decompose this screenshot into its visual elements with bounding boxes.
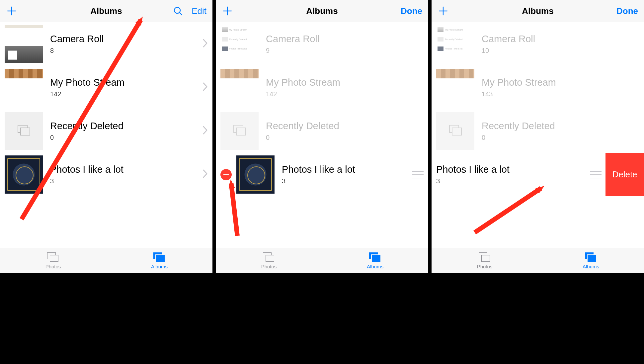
tab-albums[interactable]: Albums xyxy=(538,248,644,273)
add-album-button[interactable] xyxy=(222,5,233,17)
album-row[interactable]: My Photo Stream142 xyxy=(0,66,212,109)
tab-label: Photos xyxy=(261,264,277,269)
album-list: My Photo Stream Recently Deleted Photos … xyxy=(216,22,428,248)
album-count: 0 xyxy=(482,134,639,141)
chevron-right-icon xyxy=(202,81,208,94)
tab-label: Albums xyxy=(151,264,168,269)
album-title: Recently Deleted xyxy=(50,121,201,132)
tab-bar: PhotosAlbums xyxy=(0,248,212,273)
svg-rect-10 xyxy=(452,128,461,135)
navbar: AlbumsDone xyxy=(216,0,428,22)
add-album-button[interactable] xyxy=(6,5,17,17)
tab-bar: PhotosAlbums xyxy=(216,248,428,273)
album-title: My Photo Stream xyxy=(482,77,639,88)
album-row: Photos I like a lot3Delete xyxy=(432,153,644,196)
plus-icon xyxy=(7,6,17,16)
tab-label: Albums xyxy=(367,264,383,269)
chevron-right-icon xyxy=(202,39,208,48)
album-row[interactable]: Camera Roll8 xyxy=(0,22,212,66)
tab-bar: PhotosAlbums xyxy=(432,248,644,273)
delete-button[interactable]: Delete xyxy=(605,153,644,196)
albums-tab-icon xyxy=(369,252,381,262)
album-count: 3 xyxy=(50,177,201,185)
tab-photos[interactable]: Photos xyxy=(216,248,322,273)
album-thumbnail xyxy=(436,112,474,150)
album-title: My Photo Stream xyxy=(50,77,201,88)
album-row: My Photo Stream142 xyxy=(216,66,428,109)
album-thumbnail xyxy=(436,69,474,78)
album-title: Camera Roll xyxy=(482,34,639,45)
chevron-right-icon xyxy=(202,168,208,181)
page-title: Albums xyxy=(432,6,644,16)
tab-albums[interactable]: Albums xyxy=(106,248,212,273)
edit-button[interactable]: Edit xyxy=(192,6,206,16)
search-button[interactable] xyxy=(172,5,184,17)
album-count: 142 xyxy=(50,90,201,98)
svg-rect-6 xyxy=(236,128,246,135)
done-button[interactable]: Done xyxy=(401,6,422,16)
albums-tab-icon xyxy=(153,252,165,262)
tab-albums[interactable]: Albums xyxy=(322,248,428,273)
album-count: 3 xyxy=(282,177,409,185)
album-row: Photos I like a lot3 xyxy=(216,153,428,196)
reorder-handle-icon[interactable] xyxy=(590,171,602,178)
album-count: 9 xyxy=(266,47,424,54)
album-thumbnail xyxy=(5,112,43,150)
album-thumbnail xyxy=(5,25,43,63)
tab-label: Albums xyxy=(583,264,599,269)
album-thumbnail: My Photo Stream Recently Deleted Photos … xyxy=(220,25,259,63)
album-row: Recently Deleted0 xyxy=(216,109,428,153)
album-count: 0 xyxy=(50,134,201,141)
album-row[interactable]: Photos I like a lot3 xyxy=(0,153,212,196)
album-list: Camera Roll8My Photo Stream142Recently D… xyxy=(0,22,212,248)
album-thumbnail xyxy=(236,155,275,194)
album-thumbnail xyxy=(220,112,259,150)
album-title: Camera Roll xyxy=(266,34,424,45)
album-count: 3 xyxy=(436,177,587,185)
album-count: 8 xyxy=(50,47,201,54)
plus-icon xyxy=(438,6,448,16)
album-title: Recently Deleted xyxy=(266,121,424,132)
navbar: AlbumsEdit xyxy=(0,0,212,22)
album-title: Photos I like a lot xyxy=(50,164,201,175)
svg-rect-2 xyxy=(21,128,30,135)
reorder-handle-icon[interactable] xyxy=(412,171,424,178)
album-title: Photos I like a lot xyxy=(282,164,409,175)
album-title: Recently Deleted xyxy=(482,121,639,132)
search-icon xyxy=(173,6,183,16)
album-title: Photos I like a lot xyxy=(436,164,587,175)
album-thumbnail xyxy=(5,69,43,78)
album-title: My Photo Stream xyxy=(266,77,424,88)
tab-label: Photos xyxy=(45,264,61,269)
page-title: Albums xyxy=(216,6,428,16)
done-button[interactable]: Done xyxy=(616,6,638,16)
album-thumbnail: My Photo Stream Recently Deleted Photos … xyxy=(436,25,474,63)
album-title: Camera Roll xyxy=(50,34,201,45)
plus-icon xyxy=(222,6,232,16)
album-row: Recently Deleted0 xyxy=(432,109,644,153)
tab-photos[interactable]: Photos xyxy=(0,248,106,273)
album-row: My Photo Stream143 xyxy=(432,66,644,109)
tab-label: Photos xyxy=(477,264,493,269)
add-album-button[interactable] xyxy=(438,5,449,17)
albums-tab-icon xyxy=(585,252,597,262)
navbar: AlbumsDone xyxy=(432,0,644,22)
album-list: My Photo Stream Recently Deleted Photos … xyxy=(432,22,644,248)
chevron-right-icon xyxy=(202,38,208,50)
chevron-right-icon xyxy=(202,125,208,137)
chevron-right-icon xyxy=(202,169,208,178)
album-count: 0 xyxy=(266,134,424,141)
album-count: 10 xyxy=(482,47,639,54)
album-thumbnail xyxy=(5,155,43,194)
album-row[interactable]: Recently Deleted0 xyxy=(0,109,212,153)
photos-tab-icon xyxy=(47,252,59,262)
photos-tab-icon xyxy=(263,252,275,262)
delete-toggle-button[interactable] xyxy=(220,169,232,180)
album-count: 142 xyxy=(266,90,424,98)
chevron-right-icon xyxy=(202,126,208,135)
tab-photos[interactable]: Photos xyxy=(432,248,538,273)
album-count: 143 xyxy=(482,90,639,98)
album-row: My Photo Stream Recently Deleted Photos … xyxy=(432,22,644,66)
photos-tab-icon xyxy=(479,252,491,262)
album-row: My Photo Stream Recently Deleted Photos … xyxy=(216,22,428,66)
